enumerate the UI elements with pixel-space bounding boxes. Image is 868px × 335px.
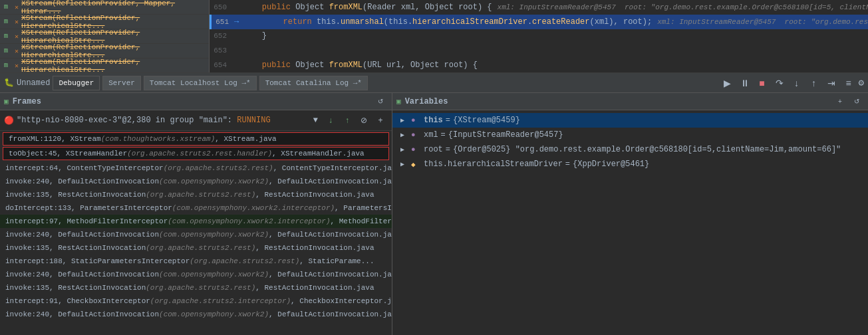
frame-class-name: (org.apache.struts2.rest)	[146, 244, 255, 252]
tab-tomcat-localhost-label: Tomcat Localhost Log →*	[150, 79, 251, 87]
frame-item[interactable]: invoke:240, DefaultActionInvocation (com…	[0, 175, 392, 188]
settings-icon[interactable]: ⚙	[859, 77, 864, 88]
variables-icon: ▣	[396, 97, 401, 106]
frame-file-name: , CheckboxInterceptor.java	[291, 297, 392, 305]
frame-file-name: , ParametersInte...	[335, 204, 392, 212]
resume-button[interactable]: ▶	[720, 76, 735, 90]
frames-icon: ▣	[4, 97, 9, 106]
frame-file-name: , XStream.java	[215, 135, 276, 143]
list-item[interactable]: m ✕ XStream(ReflectionProvider, Hierarch…	[0, 44, 209, 58]
frame-item[interactable]: invoke:135, RestActionInvocation (org.ap…	[0, 241, 392, 255]
frame-item[interactable]: intercept:188, StaticParametersIntercept…	[0, 255, 392, 268]
debug-toolbar: 🐛 Unnamed Debugger Server Tomcat Localho…	[0, 73, 868, 93]
restore-button[interactable]: ↺	[373, 94, 388, 109]
frame-file-name: , RestActionInvocation.java	[255, 191, 374, 199]
frame-class-name: (com.opensymphony.xwork2)	[159, 177, 269, 185]
frame-class-name: (com.opensymphony.xwork2)	[159, 271, 269, 279]
frame-class-name: (org.apache.struts2.rest)	[146, 191, 255, 199]
var-equals: =	[565, 160, 570, 169]
tab-server[interactable]: Server	[102, 76, 141, 90]
frame-item[interactable]: toObject:45, XStreamHandler (org.apache.…	[3, 147, 389, 160]
frame-item[interactable]: doIntercept:133, ParametersInterceptor (…	[0, 201, 392, 215]
frame-item[interactable]: intercept:97, MethodFilterInterceptor (c…	[0, 215, 392, 228]
thread-label: "http-nio-8080-exec-3"@2,380 in group "m…	[17, 116, 311, 125]
close-icon: ✕	[15, 47, 19, 55]
var-expander-icon[interactable]: ▶	[400, 131, 411, 139]
thread-selector[interactable]: 🔴 "http-nio-8080-exec-3"@2,380 in group …	[4, 113, 388, 128]
frames-panel-header: ▣ Frames ↺	[0, 93, 392, 110]
frame-method-name: invoke:240, DefaultActionInvocation	[5, 271, 159, 279]
var-equals: =	[446, 145, 450, 154]
variable-xml[interactable]: ▶ ● xml = {InputStreamReader@5457}	[392, 128, 868, 142]
frame-method-name: invoke:135, RestActionInvocation	[5, 191, 146, 199]
variables-toolbar: + ↺	[833, 94, 864, 109]
frame-class-name: (org.apache.struts2.rest.handler)	[127, 150, 272, 158]
frame-item[interactable]: invoke:240, DefaultActionInvocation (com…	[0, 228, 392, 241]
frame-item[interactable]: invoke:240, DefaultActionInvocation (com…	[0, 268, 392, 281]
var-equals: =	[441, 130, 446, 140]
list-item[interactable]: m ✕ XStream(ReflectionProvider, Mapper, …	[0, 0, 209, 15]
frames-content: 🔴 "http-nio-8080-exec-3"@2,380 in group …	[0, 110, 392, 335]
frame-method-name: invoke:240, DefaultActionInvocation	[5, 310, 159, 318]
add-watch-button[interactable]: +	[833, 94, 847, 109]
thread-toolbar: ↓ ↑ ⊘ +	[323, 113, 388, 128]
file-name: XStream(ReflectionProvider, Hierarchical…	[21, 43, 205, 59]
frame-class-name: (org.apache.struts2.rest)	[164, 164, 273, 172]
stop-button[interactable]: ■	[755, 76, 770, 90]
frame-class-name: (com.opensymphony.xwork2.interceptor)	[172, 204, 335, 212]
code-line-650: 650 public Object fromXML(Reader xml, Ob…	[210, 0, 868, 15]
evaluate-button[interactable]: ≡	[841, 76, 856, 90]
close-icon: ✕	[15, 33, 19, 41]
run-to-cursor-button[interactable]: ⇥	[824, 76, 839, 90]
expand-button[interactable]: +	[373, 113, 388, 128]
variable-hierarchical-stream-driver[interactable]: ▶ ◆ this.hierarchicalStreamDriver = {Xpp…	[392, 157, 868, 171]
step-out-button[interactable]: ↑	[807, 76, 821, 90]
frame-item[interactable]: invoke:240, DefaultActionInvocation (com…	[0, 308, 392, 321]
dropdown-arrow-icon[interactable]: ▼	[313, 116, 318, 125]
tab-debugger[interactable]: Debugger	[53, 76, 100, 90]
close-icon: ✕	[15, 18, 19, 26]
var-type-icon: ●	[411, 146, 422, 154]
var-expander-icon[interactable]: ▶	[400, 160, 411, 168]
line-number: 651	[214, 18, 234, 26]
frame-class-name: (org.apache.struts2.rest)	[146, 284, 255, 292]
step-over-button[interactable]: ↷	[772, 76, 787, 90]
frame-file-name: , DefaultActionInvocation.java	[269, 177, 392, 185]
frame-item[interactable]: intercept:64, ContentTypeInterceptor (or…	[0, 162, 392, 175]
frame-item[interactable]: invoke:135, RestActionInvocation (org.ap…	[0, 281, 392, 294]
frame-class-name: (com.opensymphony.xwork2.interceptor)	[168, 217, 330, 225]
down-arrow-button[interactable]: ↓	[323, 113, 338, 128]
var-equals: =	[446, 116, 450, 125]
pause-button[interactable]: ⏸	[738, 76, 752, 90]
method-icon: m	[4, 47, 12, 55]
filter-button[interactable]: ⊘	[357, 113, 371, 128]
frame-method-name: intercept:97, MethodFilterInterceptor	[5, 217, 168, 225]
bottom-area: ▣ Frames ↺ 🔴 "http-nio-8080-exec-3"@2,38…	[0, 93, 868, 335]
method-icon: m	[4, 33, 12, 40]
inline-value: xml: InputStreamReader@5457 root: "org.d…	[498, 3, 868, 11]
variable-this[interactable]: ▶ ● this = {XStream@5459}	[392, 113, 868, 128]
step-into-button[interactable]: ↓	[790, 76, 804, 90]
file-list-panel: m ✕ XStream(ReflectionProvider, Mapper, …	[0, 0, 210, 72]
var-name: root	[424, 145, 443, 154]
frame-item[interactable]: intercept:91, CheckboxInterceptor (org.a…	[0, 294, 392, 308]
up-arrow-button[interactable]: ↑	[340, 113, 355, 128]
list-item[interactable]: m ✕ XStream(ReflectionProvider, Hierarch…	[0, 29, 209, 44]
frame-item[interactable]: invoke:135, RestActionInvocation (org.ap…	[0, 188, 392, 201]
var-expander-icon[interactable]: ▶	[400, 116, 411, 124]
frame-item[interactable]: fromXML:1120, XStream (com.thoughtworks.…	[3, 132, 389, 146]
frame-class-name: (org.apache.struts2.interceptor)	[150, 297, 291, 305]
frame-method-name: invoke:240, DefaultActionInvocation	[5, 177, 159, 185]
frame-method-name: invoke:135, RestActionInvocation	[5, 244, 146, 252]
var-expander-icon[interactable]: ▶	[400, 146, 411, 154]
list-item[interactable]: m ✕ XStream(ReflectionProvider, Hierarch…	[0, 58, 209, 72]
code-line-651: 651 → return this.unmarshal(this.hierarc…	[210, 15, 868, 29]
frames-panel: ▣ Frames ↺ 🔴 "http-nio-8080-exec-3"@2,38…	[0, 93, 392, 335]
tab-tomcat-localhost[interactable]: Tomcat Localhost Log →*	[144, 76, 257, 90]
restore-vars-button[interactable]: ↺	[849, 94, 864, 109]
execution-arrow: →	[234, 17, 245, 27]
list-item[interactable]: m ✕ XStream(ReflectionProvider, Hierarch…	[0, 15, 209, 29]
frame-file-name: , StaticParame...	[299, 257, 374, 265]
variable-root[interactable]: ▶ ● root = {Order@5025} "org.demo.rest.e…	[392, 142, 868, 157]
tab-tomcat-catalina[interactable]: Tomcat Catalina Log →*	[259, 76, 368, 90]
